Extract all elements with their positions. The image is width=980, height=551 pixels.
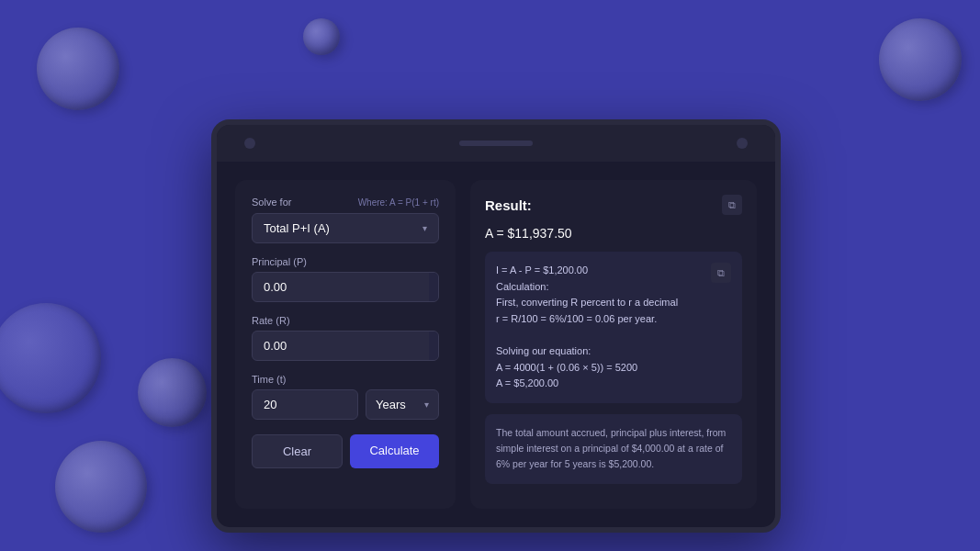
result-detail-box: I = A - P = $1,200.00 Calculation: First… [485, 252, 742, 403]
tablet-frame: Solve for Where: A = P(1 + rt) Total P+I… [211, 119, 781, 533]
time-number-wrap [252, 389, 358, 420]
result-detail-text: I = A - P = $1,200.00 Calculation: First… [496, 263, 711, 392]
solve-for-label-row: Solve for Where: A = P(1 + rt) [252, 197, 439, 208]
bg-decoration-circle-1 [37, 28, 119, 110]
result-header: Result: ⧉ [485, 195, 742, 215]
bg-decoration-circle-2 [303, 18, 340, 55]
time-group: Time (t) Years ▾ [252, 374, 439, 420]
time-label: Time (t) [252, 374, 439, 385]
result-line3: First, converting R percent to r a decim… [496, 297, 678, 308]
tablet-side-button [777, 298, 781, 354]
principal-input[interactable] [253, 273, 429, 301]
rate-suffix: % [429, 332, 439, 360]
time-unit-dropdown[interactable]: Years ▾ [366, 389, 439, 420]
result-title: Result: [485, 197, 532, 213]
principal-label: Principal (P) [252, 256, 439, 267]
principal-input-wrap: $ [252, 272, 439, 302]
calculator-panel: Solve for Where: A = P(1 + rt) Total P+I… [235, 180, 456, 509]
time-unit-value: Years [376, 398, 406, 411]
result-main-value: A = $11,937.50 [485, 226, 742, 241]
result-line7: A = 4000(1 + (0.06 × 5)) = 5200 [496, 362, 637, 373]
tablet-top-bar [217, 125, 775, 162]
result-line6: Solving our equation: [496, 345, 591, 356]
copy-detail-icon: ⧉ [717, 267, 725, 279]
solve-for-value: Total P+I (A) [264, 221, 330, 235]
clear-button[interactable]: Clear [252, 434, 343, 468]
solve-for-dropdown[interactable]: Total P+I (A) ▾ [252, 213, 439, 243]
result-line4: r = R/100 = 6%/100 = 0.06 per year. [496, 313, 657, 324]
solve-for-group: Solve for Where: A = P(1 + rt) Total P+I… [252, 197, 439, 243]
tablet-speaker [459, 141, 533, 146]
copy-detail-button[interactable]: ⧉ [711, 263, 731, 283]
tablet-content: Solve for Where: A = P(1 + rt) Total P+I… [217, 162, 775, 527]
formula-label: Where: A = P(1 + rt) [358, 197, 439, 208]
principal-group: Principal (P) $ [252, 256, 439, 302]
tablet-camera [244, 138, 255, 149]
bg-decoration-circle-3 [55, 441, 147, 533]
result-line1: I = A - P = $1,200.00 [496, 264, 588, 276]
result-full-text: The total amount accrued, principal plus… [496, 425, 731, 473]
chevron-down-icon: ▾ [422, 223, 427, 233]
copy-icon: ⧉ [728, 199, 736, 211]
time-input-wrap: Years ▾ [252, 389, 439, 420]
solve-for-label: Solve for [252, 197, 291, 208]
rate-input-wrap: % [252, 331, 439, 361]
time-input[interactable] [253, 390, 357, 419]
rate-group: Rate (R) % [252, 315, 439, 361]
calculate-button[interactable]: Calculate [350, 434, 439, 468]
result-line8: A = $5,200.00 [496, 377, 558, 388]
button-row: Clear Calculate [252, 434, 439, 468]
bg-decoration-circle-6 [879, 18, 962, 101]
result-full-text-box: The total amount accrued, principal plus… [485, 414, 742, 484]
result-box-header: I = A - P = $1,200.00 Calculation: First… [496, 263, 731, 392]
principal-suffix: $ [429, 273, 439, 301]
result-line2: Calculation: [496, 281, 548, 292]
result-panel: Result: ⧉ A = $11,937.50 I = A - P = $1,… [470, 180, 757, 509]
time-unit-chevron-icon: ▾ [424, 399, 429, 410]
bg-decoration-circle-4 [138, 358, 207, 427]
rate-input[interactable] [253, 332, 429, 360]
bg-decoration-circle-5 [0, 303, 101, 413]
copy-button[interactable]: ⧉ [722, 195, 742, 215]
tablet-mic [737, 138, 748, 149]
rate-label: Rate (R) [252, 315, 439, 326]
